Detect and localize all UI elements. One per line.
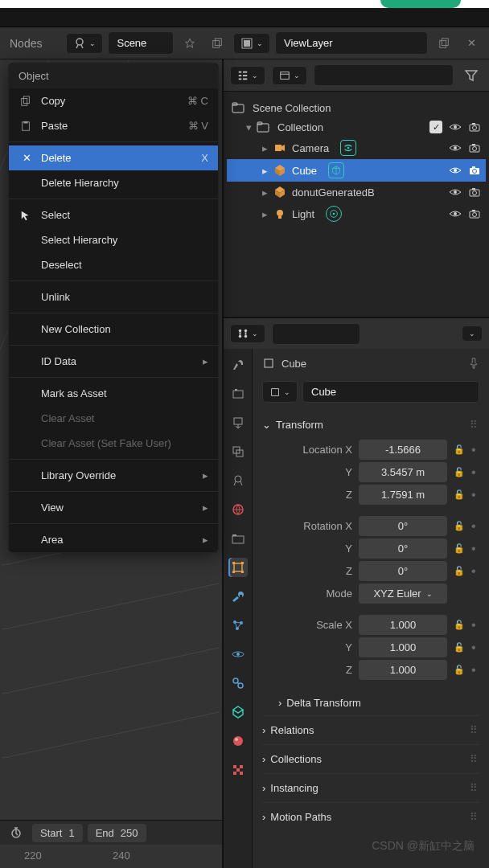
instancing-section[interactable]: ›Instancing⠿ — [262, 773, 479, 802]
viewlayer-name-field[interactable]: ViewLayer — [275, 31, 428, 55]
tab-data-icon[interactable] — [228, 702, 248, 722]
tab-collection-icon[interactable] — [228, 529, 248, 548]
tab-material-icon[interactable] — [228, 731, 248, 751]
stopwatch-icon[interactable] — [5, 821, 27, 844]
outliner-view-mode[interactable]: ⌄ — [272, 66, 307, 85]
disclosure-icon[interactable]: ▸ — [262, 165, 268, 177]
tab-render-icon[interactable] — [228, 384, 248, 403]
lock-icon[interactable]: 🔓 — [454, 665, 465, 675]
scale-z-field[interactable]: 1.000 — [359, 660, 447, 680]
menu-clear-asset[interactable]: Clear Asset — [9, 406, 218, 431]
rotation-z-field[interactable]: 0° — [359, 561, 447, 581]
menu-id-data[interactable]: ID Data▸ — [9, 349, 218, 374]
menu-view[interactable]: View▸ — [9, 495, 218, 520]
tab-constraints-icon[interactable] — [228, 674, 248, 693]
keyframe-dot-icon[interactable]: • — [471, 519, 476, 534]
transform-panel-header[interactable]: ⌄ Transform ⠿ — [262, 412, 479, 437]
location-z-field[interactable]: 1.7591 m — [359, 485, 447, 505]
location-x-field[interactable]: -1.5666 — [359, 440, 447, 460]
eye-icon[interactable] — [449, 141, 462, 154]
pin-icon[interactable] — [468, 358, 479, 369]
rotation-mode-dropdown[interactable]: XYZ Euler⌄ — [359, 583, 447, 604]
keyframe-dot-icon[interactable]: • — [471, 564, 476, 579]
scale-x-field[interactable]: 1.000 — [359, 615, 447, 635]
gp-badge-icon[interactable] — [326, 206, 342, 222]
lock-icon[interactable]: 🔓 — [454, 467, 465, 477]
properties-editor-type[interactable]: ⌄ — [230, 324, 265, 343]
menu-library-override[interactable]: Library Override▸ — [9, 463, 218, 488]
gp-badge-icon[interactable] — [328, 162, 344, 178]
tree-collection[interactable]: ▾ Collection ✓ — [227, 117, 486, 137]
eye-icon[interactable] — [449, 121, 462, 133]
grip-icon[interactable]: ⠿ — [470, 782, 479, 794]
keyframe-dot-icon[interactable]: • — [471, 641, 476, 655]
eye-icon[interactable] — [449, 164, 462, 177]
timeline-ruler[interactable]: 220 240 — [0, 845, 222, 868]
lock-icon[interactable]: 🔓 — [454, 620, 465, 630]
pin-icon[interactable] — [179, 32, 201, 55]
object-browse-button[interactable]: ⌄ — [262, 381, 298, 403]
tree-item-camera[interactable]: ▸ Camera — [227, 137, 486, 159]
tab-particles-icon[interactable] — [228, 616, 248, 635]
new-viewlayer-icon[interactable] — [433, 32, 455, 55]
grip-icon[interactable]: ⠿ — [470, 419, 479, 431]
end-frame-field[interactable]: End 250 — [88, 824, 146, 842]
keyframe-dot-icon[interactable]: • — [471, 488, 476, 502]
location-y-field[interactable]: 3.5457 m — [359, 462, 447, 482]
camera-render-icon[interactable] — [468, 164, 481, 177]
keyframe-dot-icon[interactable]: • — [471, 443, 476, 457]
rotation-x-field[interactable]: 0° — [359, 516, 447, 536]
grip-icon[interactable]: ⠿ — [470, 811, 479, 823]
viewlayer-browse-button[interactable]: ⌄ — [233, 33, 270, 54]
keyframe-dot-icon[interactable]: • — [471, 465, 476, 480]
lock-icon[interactable]: 🔓 — [454, 444, 465, 455]
tree-scene-collection[interactable]: Scene Collection — [227, 98, 486, 117]
outliner-search-input[interactable] — [314, 64, 454, 86]
menu-delete[interactable]: ✕DeleteX — [9, 145, 218, 170]
object-name-field[interactable] — [302, 381, 479, 403]
camera-render-icon[interactable] — [468, 141, 481, 154]
lock-icon[interactable]: 🔓 — [454, 543, 465, 554]
tab-world-icon[interactable] — [228, 500, 248, 519]
keyframe-dot-icon[interactable]: • — [471, 542, 476, 556]
eye-icon[interactable] — [449, 186, 462, 199]
eye-icon[interactable] — [449, 207, 462, 220]
menu-unlink[interactable]: Unlink — [9, 285, 218, 309]
tab-object-icon[interactable] — [228, 558, 248, 577]
outliner-display-mode[interactable]: ⌄ — [230, 66, 265, 85]
tab-scene-icon[interactable] — [228, 471, 248, 490]
keyframe-dot-icon[interactable]: • — [471, 618, 476, 633]
menu-select-hierarchy[interactable]: Select Hierarchy — [9, 227, 218, 252]
relations-section[interactable]: ›Relations⠿ — [262, 715, 479, 744]
menu-area[interactable]: Area▸ — [9, 527, 218, 552]
tree-item-donut[interactable]: ▸ donutGeneratedB — [227, 182, 486, 203]
properties-options[interactable]: ⌄ — [462, 326, 483, 342]
menu-paste[interactable]: Paste⌘ V — [9, 113, 218, 138]
gp-badge-icon[interactable] — [340, 140, 356, 156]
lock-icon[interactable]: 🔓 — [454, 642, 465, 653]
menu-delete-hierarchy[interactable]: Delete Hierarchy — [9, 170, 218, 195]
disclosure-icon[interactable]: ▾ — [246, 121, 252, 133]
tab-texture-icon[interactable] — [228, 760, 248, 780]
properties-search-input[interactable] — [272, 323, 360, 345]
grip-icon[interactable]: ⠿ — [470, 753, 479, 765]
tree-item-light[interactable]: ▸ Light — [227, 203, 486, 225]
camera-render-icon[interactable] — [468, 121, 481, 133]
menu-clear-asset-fake[interactable]: Clear Asset (Set Fake User) — [9, 431, 218, 456]
new-scene-icon[interactable] — [206, 32, 228, 55]
grip-icon[interactable]: ⠿ — [470, 724, 479, 736]
rotation-y-field[interactable]: 0° — [359, 538, 447, 559]
delete-viewlayer-icon[interactable]: ✕ — [460, 32, 483, 55]
scene-browse-button[interactable]: ⌄ — [66, 33, 103, 54]
lock-icon[interactable]: 🔓 — [454, 489, 465, 500]
menu-select[interactable]: Select — [9, 203, 218, 227]
keyframe-dot-icon[interactable]: • — [471, 663, 476, 678]
menu-copy[interactable]: Copy⌘ C — [9, 88, 218, 113]
camera-render-icon[interactable] — [468, 207, 481, 220]
collections-section[interactable]: ›Collections⠿ — [262, 744, 479, 773]
camera-render-icon[interactable] — [468, 186, 481, 199]
menu-new-collection[interactable]: New Collection — [9, 317, 218, 342]
disclosure-icon[interactable]: ▸ — [262, 208, 268, 220]
tab-modifier-icon[interactable] — [228, 587, 248, 606]
disclosure-icon[interactable]: ▸ — [262, 142, 268, 154]
